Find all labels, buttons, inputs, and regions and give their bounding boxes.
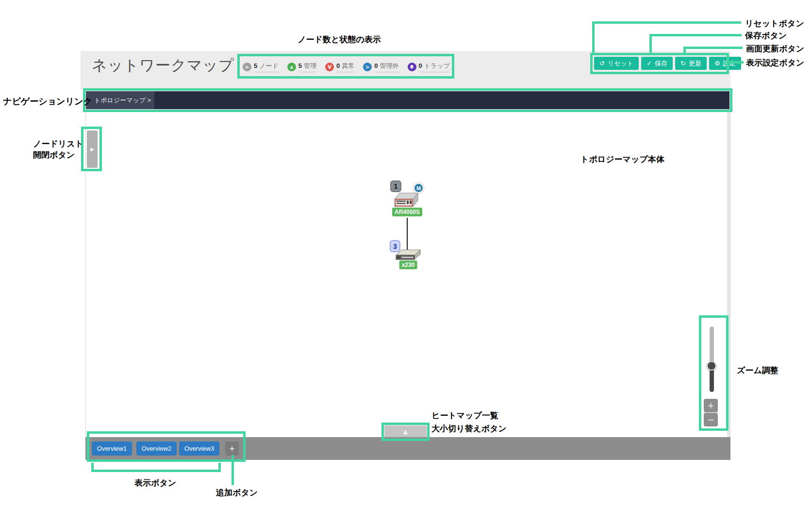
switch-device-icon[interactable] — [395, 248, 421, 261]
annotation-box-zoom — [699, 315, 729, 431]
annotation-line-reset — [592, 21, 741, 24]
annotation-show-buttons: 表示ボタン — [134, 477, 176, 489]
annotation-box-toolbar — [590, 53, 729, 74]
page-title: ネットワークマップ — [92, 55, 234, 76]
annotation-refresh-button: 画面更新ボタン — [746, 43, 804, 54]
node-number-badge: 1 — [390, 180, 401, 192]
annotation-line-refresh-v — [683, 47, 686, 53]
node-label-switch[interactable]: x230 — [399, 261, 417, 269]
annotation-map-body: トポロジーマップ本体 — [580, 154, 664, 165]
node-label-router[interactable]: AR4050S — [392, 208, 422, 216]
annotation-node-list-1: ノードリスト — [33, 138, 83, 149]
annotation-add-button: 追加ボタン — [216, 487, 258, 498]
annotation-line-reset-v — [592, 21, 595, 53]
annotation-save-button: 保存ボタン — [745, 30, 787, 41]
topology-link — [407, 218, 408, 251]
annotation-heatmap-1: ヒートマップ一覧 — [431, 410, 498, 421]
annotation-box-stats — [237, 54, 454, 79]
annotation-zoom-adjust: ズーム調整 — [737, 365, 779, 376]
annotation-node-stats: ノード数と状態の表示 — [295, 34, 383, 45]
annotation-node-list-2: 開閉ボタン — [33, 149, 75, 161]
annotation-box-overview-tabs — [87, 431, 246, 462]
annotation-heatmap-2: 大小切り替えボタン — [431, 423, 507, 434]
annotation-box-node-list-toggle — [81, 127, 102, 171]
annotation-line-add — [232, 455, 234, 485]
annotation-nav-link: ナビゲーションリンク — [3, 96, 92, 107]
annotation-bracket-right — [218, 463, 221, 472]
annotation-line-settings — [729, 61, 744, 64]
router-device-icon[interactable] — [393, 191, 419, 209]
annotation-line-save — [649, 34, 742, 36]
annotation-box-nav — [83, 88, 732, 112]
annotation-line-save-v — [649, 34, 652, 53]
annotation-settings-button: 表示設定ボタン — [746, 57, 804, 68]
network-map-screen: ネットワークマップ > 5 ノード ∧ 5 管理 V 0 異常 > — [0, 0, 812, 506]
annotation-bracket-bottom — [91, 470, 221, 472]
annotation-line-refresh — [683, 47, 743, 49]
annotation-box-heatmap-toggle — [381, 423, 430, 441]
annotation-reset-button: リセットボタン — [745, 18, 804, 29]
